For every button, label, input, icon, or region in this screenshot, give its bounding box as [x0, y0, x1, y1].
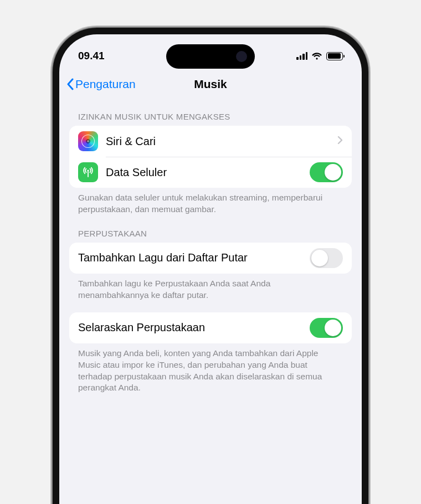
- siri-icon: [78, 131, 98, 151]
- toggle-cellular-data[interactable]: [310, 162, 343, 182]
- back-button[interactable]: Pengaturan: [66, 78, 136, 91]
- section-footer-access: Gunakan data seluler untuk melakukan str…: [69, 188, 352, 215]
- row-sync-library: Selaraskan Perpustakaan: [69, 312, 352, 343]
- toggle-add-playlist-songs[interactable]: [310, 248, 343, 268]
- section-footer-add-playlist: Tambahkan lagu ke Perpustakaan Anda saat…: [69, 274, 352, 301]
- phone-frame: 09.41 Pengaturan: [53, 28, 368, 504]
- group-access: Siri & Cari Data Seluler: [69, 126, 352, 188]
- dynamic-island: [166, 44, 255, 69]
- chevron-right-icon: [337, 136, 343, 147]
- section-header-library: PERPUSTAKAAN: [69, 215, 352, 243]
- row-label: Tambahkan Lagu dari Daftar Putar: [78, 251, 302, 264]
- status-time: 09.41: [78, 50, 105, 62]
- section-footer-sync: Musik yang Anda beli, konten yang Anda t…: [69, 343, 352, 394]
- back-label: Pengaturan: [75, 78, 136, 91]
- chevron-left-icon: [66, 78, 74, 90]
- row-siri-search[interactable]: Siri & Cari: [69, 126, 352, 157]
- group-add-playlist: Tambahkan Lagu dari Daftar Putar: [69, 243, 352, 274]
- section-header-access: IZINKAN MUSIK UNTUK MENGAKSES: [69, 99, 352, 126]
- row-add-playlist-songs: Tambahkan Lagu dari Daftar Putar: [69, 243, 352, 274]
- toggle-sync-library[interactable]: [310, 318, 343, 338]
- antenna-icon: [78, 162, 98, 182]
- screen: 09.41 Pengaturan: [59, 34, 362, 504]
- row-label: Selaraskan Perpustakaan: [78, 321, 302, 334]
- row-label: Siri & Cari: [106, 135, 330, 148]
- row-cellular-data: Data Seluler: [69, 157, 352, 188]
- row-label: Data Seluler: [106, 166, 302, 179]
- wifi-icon: [311, 52, 322, 60]
- battery-icon: [326, 52, 343, 60]
- cellular-signal-icon: [296, 52, 307, 60]
- navigation-bar: Pengaturan Musik: [59, 70, 362, 99]
- page-title: Musik: [194, 78, 227, 91]
- group-sync-library: Selaraskan Perpustakaan: [69, 312, 352, 343]
